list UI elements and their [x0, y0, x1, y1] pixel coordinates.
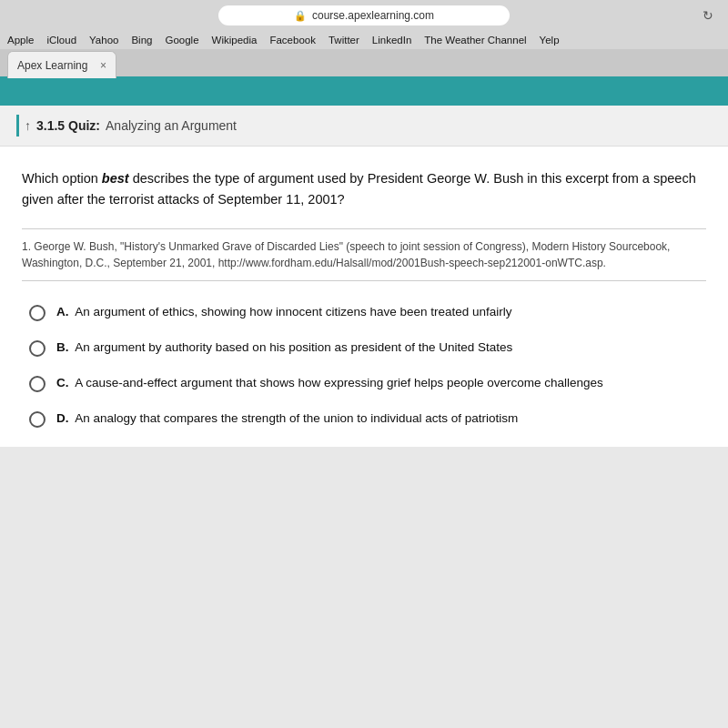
active-tab[interactable]: Apex Learning ×	[7, 51, 116, 78]
breadcrumb-icon: ↑	[25, 118, 31, 133]
bookmark-wikipedia[interactable]: Wikipedia	[212, 35, 258, 46]
quiz-header-bar: ↑ 3.1.5 Quiz: Analyzing an Argument	[0, 106, 728, 147]
tab-title: Apex Learning	[17, 59, 93, 72]
bookmarks-bar: Apple iCloud Yahoo Bing Google Wikipedia…	[0, 31, 728, 49]
bookmark-facebook[interactable]: Facebook	[269, 35, 316, 46]
tab-bar: Apex Learning ×	[0, 49, 728, 76]
radio-a[interactable]	[29, 305, 46, 321]
option-a[interactable]: A. An argument of ethics, showing how in…	[29, 303, 699, 322]
citation-box: 1. George W. Bush, "History's Unmarked G…	[22, 228, 706, 281]
label-a: A. An argument of ethics, showing how in…	[56, 303, 512, 322]
label-c: C. A cause-and-effect argument that show…	[56, 374, 603, 393]
answer-options: A. An argument of ethics, showing how in…	[22, 303, 706, 429]
address-pill[interactable]: 🔒 course.apexlearning.com	[218, 5, 510, 25]
bookmark-linkedin[interactable]: LinkedIn	[372, 35, 411, 46]
option-b[interactable]: B. An argument by authority based on his…	[29, 339, 699, 358]
quiz-section-label: 3.1.5 Quiz:	[36, 118, 100, 133]
label-b: B. An argument by authority based on his…	[56, 339, 512, 358]
radio-d[interactable]	[29, 411, 46, 428]
bookmark-apple[interactable]: Apple	[7, 35, 34, 46]
option-c[interactable]: C. A cause-and-effect argument that show…	[29, 374, 699, 393]
quiz-section-title: Analyzing an Argument	[106, 118, 237, 133]
radio-b[interactable]	[29, 340, 46, 357]
option-d[interactable]: D. An analogy that compares the strength…	[29, 410, 699, 429]
address-bar: 🔒 course.apexlearning.com ↻	[0, 0, 728, 31]
bookmark-twitter[interactable]: Twitter	[329, 35, 359, 46]
citation-text: 1. George W. Bush, "History's Unmarked G…	[22, 240, 670, 269]
question-text: Which option best describes the type of …	[22, 168, 706, 210]
quiz-body: Which option best describes the type of …	[0, 147, 728, 447]
bookmark-yelp[interactable]: Yelp	[540, 35, 560, 46]
label-d: D. An analogy that compares the strength…	[56, 410, 518, 429]
address-text: course.apexlearning.com	[312, 9, 434, 22]
bookmark-weather-channel[interactable]: The Weather Channel	[424, 35, 526, 46]
bookmark-google[interactable]: Google	[165, 35, 198, 46]
stripe-accent	[16, 115, 19, 136]
bookmark-icloud[interactable]: iCloud	[46, 35, 76, 46]
lock-icon: 🔒	[294, 10, 307, 22]
radio-c[interactable]	[29, 376, 46, 392]
bookmark-yahoo[interactable]: Yahoo	[89, 35, 118, 46]
tab-close-button[interactable]: ×	[100, 60, 106, 71]
bookmark-bing[interactable]: Bing	[131, 35, 152, 46]
refresh-button[interactable]: ↻	[703, 8, 713, 23]
browser-chrome: 🔒 course.apexlearning.com ↻ Apple iCloud…	[0, 0, 728, 76]
site-header	[0, 76, 728, 106]
